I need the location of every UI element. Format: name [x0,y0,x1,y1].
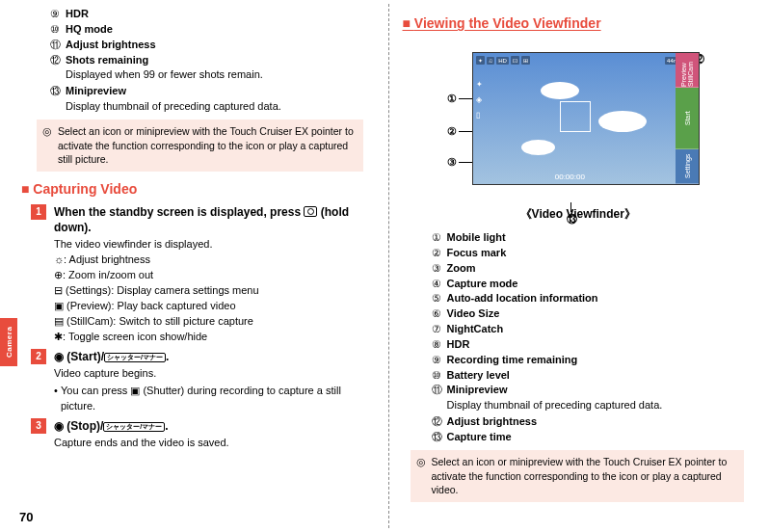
item-label: Shots remaining [66,54,148,66]
step-body: The video viewfinder is displayed. ☼: Ad… [54,237,373,345]
item-desc: Displayed when 99 or fewer shots remain. [21,67,373,82]
right-column: ■ Viewing the Video Viewfinder ④ ⑤ ⑥ ⑦ ⑧… [389,0,770,532]
item-label: Capture time [447,431,512,442]
step-text: ◉ (Stop)/ [54,419,103,433]
item-label: NightCatch [447,323,504,334]
callout-line [459,162,472,163]
vf-settings-button: Settings [676,149,699,184]
list-item: ⑨Recording time remaining [403,353,755,367]
list-item: ⑩Battery level [403,368,755,383]
list-item: ⑪Minipreview [403,383,755,397]
step-badge-1: 1 [31,204,46,220]
left-column: ⑨HDR ⑩HQ mode ⑪Adjust brightness ⑫Shots … [0,0,388,532]
section-heading-viewing-viewfinder: ■ Viewing the Video Viewfinder [403,15,755,31]
item-desc: Display thumbnail of preceding captured … [21,99,373,114]
item-num: ⑪ [432,383,447,397]
step-line: ⊟ (Settings): Display camera settings me… [54,283,373,299]
list-item: ⑤Auto-add location information [403,291,755,306]
step-title: ◉ (Start)/シャッター/マナー. [54,349,169,364]
item-num: ⑦ [432,322,447,336]
item-label: Minipreview [66,85,126,96]
item-label: Video Size [447,307,500,319]
focus-rectangle [560,101,591,132]
list-item: ③Zoom [403,261,755,276]
step-line: ▣ (Preview): Play back captured video [54,299,373,314]
list-item: ⑪Adjust brightness [21,38,373,52]
viewfinder-diagram: ④ ⑤ ⑥ ⑦ ⑧ ⑨ ⑩ ⑪ ⑫ ① ② ③ [443,52,713,185]
item-num: ⑫ [432,414,447,429]
step-title: When the standby screen is displayed, pr… [54,204,373,235]
step-body: Capture ends and the video is saved. [54,436,373,451]
callout: ③ [447,156,457,169]
mobile-light-icon: ✦ [476,80,491,92]
square-icon: ■ [403,15,414,31]
vf-top-icon: HD [496,57,509,65]
callout: ② [447,125,457,138]
vf-preview-button: Preview StillCam [676,53,699,88]
item-num: ⑨ [50,7,66,21]
item-num: ⑫ [50,53,66,67]
step-badge-2: 2 [31,349,46,364]
vf-timer: 00:00:00 [555,173,585,181]
item-num: ⑬ [50,84,66,98]
item-desc: Display thumbnail of preceding captured … [403,398,755,412]
square-icon: ■ [21,181,33,197]
vf-right-pane: Preview StillCam Start Settings [676,53,699,184]
item-label: Focus mark [447,247,507,258]
camera-icon [304,206,317,217]
section-heading-capturing-video: ■ Capturing Video [21,181,373,197]
step-line: Video capture begins. [54,366,373,382]
list-item: ⑬Capture time [403,430,755,444]
callout: ① [447,93,457,105]
step-body: Video capture begins. You can press ▣ (S… [54,366,373,414]
list-item: ⑩HQ mode [21,22,373,37]
step-bullet: You can press ▣ (Shutter) during recordi… [54,384,373,414]
focus-mark-icon: ◈ [476,95,491,107]
key-icon: シャッター/マナー [103,422,165,432]
list-item: ②Focus mark [403,246,755,260]
list-item: ⑫Shots remaining [21,53,373,67]
step-title: ◉ (Stop)/シャッター/マナー. [54,418,169,434]
item-num: ⑩ [432,368,447,383]
list-item: ⑬Minipreview [21,84,373,98]
callout-line [459,98,472,99]
cloud-icon [521,140,555,155]
item-label: HDR [447,338,470,350]
heading-text: Viewing the Video Viewfinder [414,15,601,31]
item-num: ⑧ [432,337,447,352]
list-item: ⑧HDR [403,337,755,352]
item-label: Mobile light [447,231,506,243]
item-num: ⑪ [50,38,66,52]
vf-topbar: ✦ ♫ HD ⊡ ⊞ 44m ▮ [476,56,696,65]
vf-left-icons: ✦ ◈ ▯ [476,76,491,126]
vf-top-icon: ⊡ [511,56,519,65]
step-text-a: When the standby screen is displayed, pr… [54,205,304,219]
item-label: Minipreview [447,384,508,395]
vf-top-icon: ✦ [476,56,485,65]
viewfinder-caption: 《Video Viewfinder》 [403,206,755,223]
item-num: ② [432,246,447,260]
callout-line [570,202,571,212]
viewfinder-screen: ✦ ♫ HD ⊡ ⊞ 44m ▮ ✦ ◈ ▯ 00:00:00 [472,52,700,185]
item-num: ⑩ [50,22,66,37]
list-item: ④Capture mode [403,277,755,291]
item-label: Recording time remaining [447,354,578,365]
list-item: ⑨HDR [21,7,373,21]
item-num: ⑨ [432,353,447,367]
item-num: ⑥ [432,306,447,321]
callout-line [459,131,472,132]
item-label: Zoom [447,262,476,274]
list-item: ⑦NightCatch [403,322,755,336]
item-label: Capture mode [447,278,518,289]
vf-top-icon: ♫ [487,57,495,65]
item-num: ④ [432,277,447,291]
step-text: ◉ (Start)/ [54,350,104,363]
page-number: 70 [19,510,33,524]
step-line: ▤ (StillCam): Switch to still picture ca… [54,314,373,330]
vf-start-button: Start [676,88,699,149]
step-line: ✱: Toggle screen icon show/hide [54,330,373,345]
zoom-icon: ▯ [476,111,491,122]
step-badge-3: 3 [31,418,46,434]
heading-text: Capturing Video [33,181,137,197]
step-text-end: . [165,419,168,433]
